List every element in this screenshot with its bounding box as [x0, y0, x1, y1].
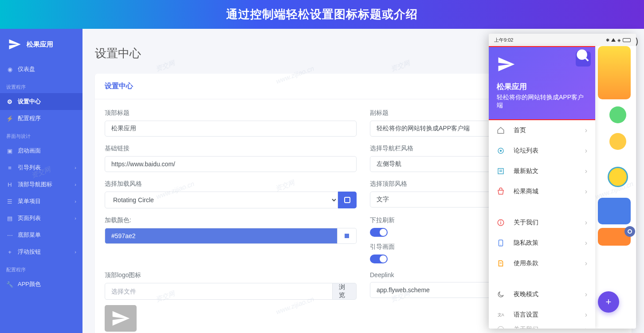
- svg-point-14: [498, 326, 504, 329]
- drawer-item-info[interactable]: 关于我们›: [489, 212, 595, 233]
- bluetooth-icon: ✱: [606, 38, 609, 43]
- drawer-item-about[interactable]: 关于我们›: [489, 325, 595, 329]
- banner-title: 通过控制端轻松设置图标标题或介绍: [226, 7, 418, 22]
- svg-text:文A: 文A: [498, 313, 504, 317]
- lang-icon: 文A: [497, 311, 505, 319]
- info-icon: [497, 219, 505, 227]
- plus-icon: +: [606, 296, 612, 308]
- svg-point-11: [500, 245, 501, 246]
- menu-icon: ☰: [6, 198, 13, 205]
- app-name: 松果应用: [27, 40, 53, 49]
- chevron-right-icon: ›: [75, 199, 76, 204]
- dots-icon: ⋯: [6, 231, 13, 239]
- drawer-item-lang[interactable]: 文A语言设置›: [489, 305, 595, 325]
- dashboard-icon: ◉: [6, 66, 13, 73]
- top-title-input[interactable]: [105, 121, 357, 137]
- sidebar-item-dots[interactable]: ⋯底部菜单: [0, 227, 82, 243]
- paper-plane-icon: [8, 38, 21, 51]
- sidebar-section: 设置程序: [0, 78, 82, 93]
- browse-button[interactable]: 浏览: [333, 283, 357, 300]
- load-style-select[interactable]: Rotating Circle: [105, 192, 338, 208]
- load-color-label: 加载颜色:: [105, 216, 357, 224]
- search-small-icon: [628, 229, 632, 234]
- phone-background: [595, 46, 636, 329]
- chevron-right-icon: ›: [75, 182, 76, 187]
- color-swatch-icon: [344, 233, 350, 239]
- chevron-right-icon: ›: [585, 259, 587, 267]
- chevron-right-icon: ›: [585, 126, 587, 134]
- phone-status-bar: 上午9:02 ✱ ◈: [489, 34, 636, 46]
- signal-icon: [611, 38, 616, 42]
- load-color-input[interactable]: [105, 228, 338, 244]
- chevron-right-icon: ›: [585, 239, 587, 247]
- drawer-item-moon[interactable]: 夜晚模式›: [489, 284, 595, 305]
- drawer-item-post[interactable]: 最新贴文›: [489, 161, 595, 181]
- top-banner: 通过控制端轻松设置图标标题或介绍: [0, 0, 644, 29]
- sidebar-item-image[interactable]: ▣启动画面: [0, 142, 82, 159]
- logo-file-input[interactable]: [105, 283, 333, 300]
- svg-line-1: [585, 58, 588, 61]
- battery-icon: [623, 38, 631, 42]
- svg-point-0: [577, 50, 586, 59]
- drawer-item-privacy[interactable]: 隐私政策›: [489, 233, 595, 253]
- sidebar-item-plug[interactable]: ⚡配置程序: [0, 110, 82, 127]
- plug-icon: ⚡: [6, 115, 13, 122]
- color-picker-button[interactable]: [338, 228, 357, 244]
- drawer-item-home[interactable]: 首页›: [489, 120, 595, 141]
- search-icon: [576, 47, 591, 65]
- sidebar-item-pages[interactable]: ▤页面列表›: [0, 210, 82, 227]
- load-style-preview-button[interactable]: [338, 192, 357, 208]
- sidebar-item-menu[interactable]: ☰菜单项目›: [0, 193, 82, 210]
- paper-plane-icon: [111, 309, 130, 328]
- image-icon: ▣: [6, 147, 13, 154]
- sidebar-logo[interactable]: 松果应用: [0, 32, 82, 56]
- chevron-right-icon: ›: [75, 215, 76, 221]
- sidebar-item-wrench[interactable]: 🔧APP颜色: [0, 276, 82, 293]
- square-icon: [344, 197, 350, 203]
- sidebar-section: 界面与设计: [0, 127, 82, 142]
- drawer-item-forum[interactable]: 论坛列表›: [489, 141, 595, 161]
- h-icon: H: [6, 181, 13, 188]
- chevron-right-icon: ›: [585, 290, 587, 298]
- sidebar-item-dashboard[interactable]: ◉仪表盘: [0, 61, 82, 78]
- chevron-right-icon: ›: [75, 249, 76, 255]
- terms-icon: [497, 259, 505, 267]
- load-style-label: 选择加载风格: [105, 180, 357, 188]
- post-icon: [497, 167, 505, 175]
- sidebar-item-plus[interactable]: +浮动按钮›: [0, 243, 82, 260]
- pages-icon: ▤: [6, 215, 13, 222]
- phone-subtitle: 轻松将你的网站转换成APP客户端: [497, 94, 587, 110]
- privacy-icon: [497, 239, 505, 247]
- pull-refresh-toggle[interactable]: [370, 228, 388, 237]
- phone-drawer: 松果应用 轻松将你的网站转换成APP客户端 首页›论坛列表›最新贴文›松果商城›…: [489, 46, 595, 329]
- chevron-right-icon: ›: [585, 167, 587, 175]
- sidebar-item-gear[interactable]: ⚙设置中心: [0, 93, 82, 110]
- gear-icon: ⚙: [6, 98, 13, 105]
- drawer-item-terms[interactable]: 使用条款›: [489, 253, 595, 274]
- phone-search-button[interactable]: [576, 51, 591, 67]
- sidebar-section: 配置程序: [0, 260, 82, 276]
- chevron-right-icon: ›: [585, 147, 587, 155]
- wrench-icon: 🔧: [6, 281, 13, 288]
- logo-label: 顶部logo图标: [105, 271, 357, 279]
- list-icon: ≡: [6, 164, 13, 171]
- about-icon: [497, 325, 505, 329]
- drawer-item-shop[interactable]: 松果商城›: [489, 181, 595, 202]
- sidebar-item-list[interactable]: ≡引导列表›: [0, 159, 82, 176]
- base-link-input[interactable]: [105, 156, 357, 172]
- chevron-right-icon: ›: [585, 188, 587, 196]
- wifi-icon: ◈: [617, 38, 621, 43]
- fab-button[interactable]: +: [598, 291, 619, 313]
- forum-icon: [497, 147, 505, 155]
- sidebar-item-h[interactable]: H顶部导航图标›: [0, 176, 82, 193]
- phone-title: 松果应用: [497, 82, 587, 92]
- top-title-label: 顶部标题: [105, 109, 357, 117]
- svg-point-9: [500, 220, 501, 221]
- sidebar: 松果应用 ◉仪表盘设置程序⚙设置中心⚡配置程序界面与设计▣启动画面≡引导列表›H…: [0, 29, 82, 333]
- logo-preview: [105, 305, 137, 332]
- chevron-right-icon: ›: [75, 165, 76, 170]
- phone-preview: 上午9:02 ✱ ◈ 松果应用 轻松将你的网站转换成APP客户端 首页›论: [489, 34, 636, 329]
- guide-toggle[interactable]: [370, 255, 388, 263]
- plus-icon: +: [6, 248, 13, 255]
- phone-drawer-header: 松果应用 轻松将你的网站转换成APP客户端: [489, 46, 595, 120]
